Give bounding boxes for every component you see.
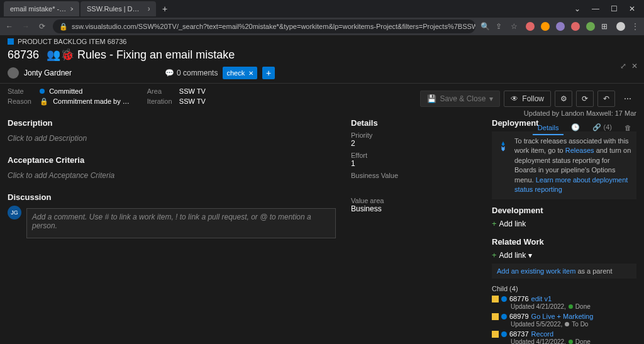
delete-icon[interactable]: 🗑 [619,121,636,135]
bv-label: Business Value [351,172,477,179]
state-dot-icon [501,296,507,302]
more-icon[interactable]: ⋯ [619,91,636,107]
updated-text: Updated by Landon Maxwell: 17 Mar [524,109,636,117]
restore-icon[interactable]: ⤢ [620,62,626,70]
description-heading: Description [8,118,336,128]
history-icon[interactable]: 🕒 [566,121,585,135]
close-icon[interactable]: ✕ [631,62,638,70]
development-heading: Development [492,206,636,215]
kebab-icon[interactable]: ⋮ [631,22,640,31]
work-item-title[interactable]: 👥🐞 Rules - Fixing an email mistake [47,48,235,62]
undo-icon[interactable]: ↶ [597,91,615,107]
browser-address-bar: ← → ⟳ 🔒 ssw.visualstudio.com/SSW%20TV/_s… [0,18,644,35]
middle-column: Details Priority 2 Effort 1 Business Val… [351,114,477,341]
bv-value[interactable] [351,179,477,188]
effort-value[interactable]: 1 [351,159,477,168]
child-id: 68737 [509,330,529,338]
va-value[interactable]: Business [351,204,477,213]
state-label: State [8,87,38,95]
profile-avatar[interactable] [616,22,625,31]
url-field[interactable]: 🔒 ssw.visualstudio.com/SSW%20TV/_search?… [53,19,475,33]
tab-label: email mistake* - Search Work it [10,5,66,13]
priority-label: Priority [351,131,477,139]
reload-icon[interactable]: ⟳ [36,22,48,31]
deployment-info: To track releases associated with this w… [492,131,636,199]
left-column: Description Click to add Description Acc… [8,114,336,341]
save-close-button[interactable]: 💾 Save & Close ▾ [420,91,501,107]
tab-label: SSW.Rules | Do you document d [87,5,143,13]
dev-add-link[interactable]: +Add link [492,219,636,228]
work-item-panel: PRODUCT BACKLOG ITEM 68736 ⤢ ✕ 68736 👥🐞 … [0,35,644,344]
toolbar: 💾 Save & Close ▾ 👁 Follow ⚙ ⟳ ↶ ⋯ [420,91,636,107]
status-dot-icon [565,322,569,326]
remove-tag-icon[interactable]: ✕ [248,70,253,77]
puzzle-icon[interactable]: ⊞ [601,22,610,31]
status-dot-icon [569,340,573,344]
extension-icons: 🔍 ⇪ ☆ ⊞ ⋮ [480,22,640,31]
forward-icon[interactable]: → [20,22,31,31]
related-add-link[interactable]: +Add link ▾ [492,250,636,260]
gear-icon[interactable]: ⚙ [555,91,572,107]
add-existing-link[interactable]: Add an existing work item [497,267,575,275]
close-icon[interactable]: ✕ [70,6,73,13]
state-dot-icon [501,314,507,319]
state-dot-icon [501,331,507,337]
chevron-down-icon[interactable]: ⌄ [574,4,580,13]
tag-check[interactable]: check ✕ [223,67,257,79]
priority-value[interactable]: 2 [351,139,477,148]
right-tabs: Details 🕒 🔗 (4) 🗑 [533,121,636,135]
ext-icon-1[interactable] [526,22,535,31]
chevron-down-icon: ▾ [528,251,532,260]
child-title-link[interactable]: Go Live + Marketing [531,313,594,320]
child-item[interactable]: 68979Go Live + MarketingUpdated 5/5/2022… [492,313,636,328]
share-icon[interactable]: ⇪ [496,22,504,31]
child-item[interactable]: 68737RecordUpdated 4/12/2022,Done [492,330,636,344]
iteration-value[interactable]: SSW TV [179,97,206,105]
work-item-id: 68736 [8,48,39,62]
avatar [8,67,19,79]
browser-tab-2[interactable]: SSW.Rules | Do you document d ✕ [80,1,156,16]
area-value[interactable]: SSW TV [179,87,206,95]
child-updated: Updated 4/21/2022, [511,303,566,310]
minimize-icon[interactable]: — [592,4,599,13]
url-text: ssw.visualstudio.com/SSW%20TV/_search?te… [72,23,475,30]
refresh-icon[interactable]: ⟳ [576,91,594,107]
child-item[interactable]: 68776edit v1Updated 4/21/2022,Done [492,295,636,310]
child-title-link[interactable]: edit v1 [531,295,552,302]
ext-icon-3[interactable] [556,22,565,31]
state-value[interactable]: Committed [49,87,82,95]
releases-link[interactable]: Releases [565,147,594,154]
comments-count[interactable]: 💬 0 comments [165,69,218,77]
child-updated: Updated 4/12/2022, [511,338,566,344]
tab-details[interactable]: Details [533,121,564,135]
rocket-icon [497,140,509,153]
acceptance-field[interactable]: Click to add Acceptance Criteria [8,169,336,189]
reason-value[interactable]: Commitment made by … [53,97,130,105]
follow-button[interactable]: 👁 Follow [504,91,551,107]
description-field[interactable]: Click to add Description [8,131,336,152]
iteration-label: Iteration [147,97,177,105]
assignee-name[interactable]: Jonty Gardner [24,69,72,77]
zoom-out-icon[interactable]: 🔍 [480,22,489,31]
add-tag-button[interactable]: + [262,67,275,79]
new-tab-button[interactable]: + [157,1,172,16]
child-updated: Updated 5/5/2022, [511,321,562,328]
lock-icon: 🔒 [59,23,68,31]
close-window-icon[interactable]: ✕ [629,4,635,13]
related-heading: Related Work [492,237,636,247]
ext-icon-4[interactable] [571,22,580,31]
links-icon[interactable]: 🔗 (4) [587,121,617,135]
star-icon[interactable]: ☆ [511,22,519,31]
comment-input[interactable]: Add a comment. Use # to link a work item… [26,208,336,238]
ext-icon-5[interactable] [586,22,595,31]
ext-icon-2[interactable] [541,22,550,31]
child-status: Done [575,303,591,310]
save-icon: 💾 [427,94,436,103]
child-title-link[interactable]: Record [531,330,553,338]
close-icon[interactable]: ✕ [147,6,150,13]
va-label: Value area [351,197,477,204]
area-label: Area [147,87,177,95]
browser-tab-1[interactable]: email mistake* - Search Work it ✕ [4,1,79,16]
back-icon[interactable]: ← [4,22,15,31]
maximize-icon[interactable]: ☐ [611,4,618,13]
